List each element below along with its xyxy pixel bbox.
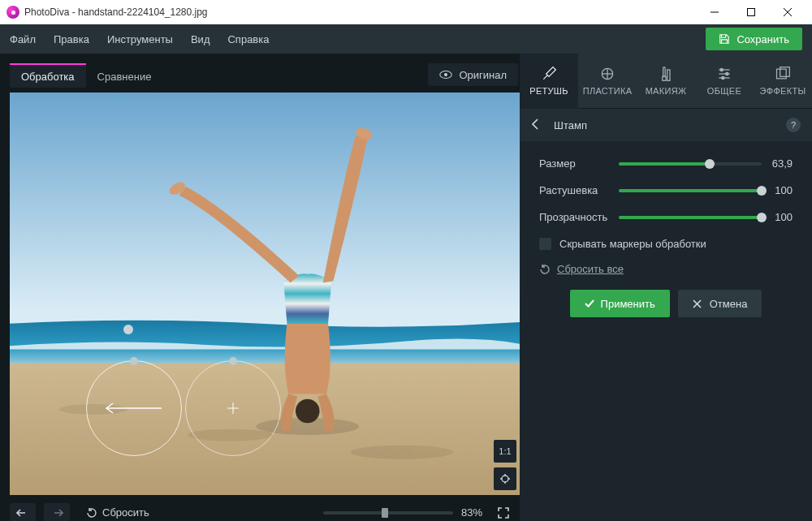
opacity-slider-thumb[interactable] xyxy=(757,213,767,222)
zoom-slider[interactable] xyxy=(323,511,453,515)
svg-rect-28 xyxy=(667,70,670,80)
effects-icon xyxy=(775,66,791,82)
cancel-label: Отмена xyxy=(710,298,748,310)
svg-point-32 xyxy=(720,68,723,71)
opacity-label: Прозрачность xyxy=(539,211,619,223)
fullscreen-button[interactable] xyxy=(490,503,516,521)
svg-point-34 xyxy=(722,76,724,79)
app-name: PhotoDiva xyxy=(24,6,69,18)
menu-view[interactable]: Вид xyxy=(191,33,210,45)
slider-size: Размер 63,9 xyxy=(539,157,793,170)
fullscreen-icon xyxy=(498,507,509,519)
control-point[interactable] xyxy=(123,325,133,334)
mode-tab-makeup[interactable]: МАКИЯЖ xyxy=(637,54,695,109)
panel-header: Штамп ? xyxy=(520,109,812,141)
feather-slider-thumb[interactable] xyxy=(757,186,767,196)
makeup-icon xyxy=(658,66,674,82)
redo-icon xyxy=(50,508,63,518)
window-title: PhotoDiva - handstand-2224104_1280.jpg xyxy=(24,6,208,18)
svg-rect-36 xyxy=(780,67,790,77)
clone-source-circle[interactable] xyxy=(86,360,182,456)
sidebar: РЕТУШЬ ПЛАСТИКА МАКИЯЖ ОБЩЕЕ ЭФФЕКТЫ xyxy=(520,54,812,521)
svg-rect-26 xyxy=(663,67,666,77)
menu-bar: Файл Правка Инструменты Вид Справка Сохр… xyxy=(0,24,812,54)
menu-file[interactable]: Файл xyxy=(10,33,36,45)
mode-tab-liquify[interactable]: ПЛАСТИКА xyxy=(578,54,637,109)
fit-icon xyxy=(499,473,511,484)
clone-source-handle[interactable] xyxy=(130,357,138,365)
tab-edit[interactable]: Обработка xyxy=(10,63,86,88)
reset-all-icon xyxy=(539,264,551,275)
back-button[interactable] xyxy=(531,118,546,132)
close-button[interactable] xyxy=(769,0,806,24)
liquify-icon xyxy=(599,66,615,82)
svg-rect-35 xyxy=(777,69,787,79)
svg-point-5 xyxy=(444,73,447,76)
save-button[interactable]: Сохранить xyxy=(706,28,802,50)
svg-rect-6 xyxy=(10,93,520,350)
clone-target-circle[interactable] xyxy=(185,360,281,456)
minimize-button[interactable] xyxy=(696,0,732,24)
eye-icon xyxy=(439,71,452,79)
reset-icon xyxy=(86,507,97,519)
zoom-value: 83% xyxy=(461,506,482,519)
undo-button[interactable] xyxy=(10,503,36,521)
undo-icon xyxy=(16,508,29,518)
sliders-icon xyxy=(716,66,732,82)
opacity-slider[interactable] xyxy=(619,216,762,219)
original-label: Оригинал xyxy=(459,69,507,81)
redo-button[interactable] xyxy=(44,503,70,521)
svg-point-12 xyxy=(296,399,320,424)
apply-label: Применить xyxy=(601,298,655,310)
size-slider[interactable] xyxy=(619,162,762,166)
size-label: Размер xyxy=(539,157,619,170)
size-slider-thumb[interactable] xyxy=(705,159,715,169)
save-icon xyxy=(719,33,730,45)
retouch-icon xyxy=(541,66,557,82)
svg-point-10 xyxy=(351,446,454,459)
slider-feather: Растушевка 100 xyxy=(539,184,793,196)
hide-markers-label: Скрывать маркеры обработки xyxy=(559,238,706,250)
menu-help[interactable]: Справка xyxy=(227,33,269,45)
svg-point-18 xyxy=(502,476,508,482)
svg-rect-27 xyxy=(663,76,666,80)
zoom-slider-thumb[interactable] xyxy=(382,508,388,518)
reset-button[interactable]: Сбросить xyxy=(78,503,158,521)
mode-tab-retouch[interactable]: РЕТУШЬ xyxy=(520,54,578,109)
crosshair-icon xyxy=(227,403,239,414)
file-name: handstand-2224104_1280.jpg xyxy=(78,6,207,18)
size-value: 63,9 xyxy=(762,157,793,170)
menu-tools[interactable]: Инструменты xyxy=(107,33,173,45)
menu-edit[interactable]: Правка xyxy=(54,33,89,45)
mode-tabs: РЕТУШЬ ПЛАСТИКА МАКИЯЖ ОБЩЕЕ ЭФФЕКТЫ xyxy=(520,54,812,109)
mode-tab-general[interactable]: ОБЩЕЕ xyxy=(695,54,754,109)
svg-rect-1 xyxy=(747,9,754,16)
cancel-button[interactable]: Отмена xyxy=(678,290,762,317)
one-to-one-button[interactable]: 1:1 xyxy=(494,440,516,463)
chevron-left-icon xyxy=(531,118,539,130)
slider-opacity: Прозрачность 100 xyxy=(539,211,793,223)
clone-arrow-icon xyxy=(102,403,166,414)
workspace-footer: Сбросить 83% xyxy=(10,503,520,521)
x-icon xyxy=(693,299,702,308)
window-titlebar: PhotoDiva - handstand-2224104_1280.jpg xyxy=(0,0,812,24)
app-logo-icon xyxy=(6,6,19,19)
mode-tab-effects[interactable]: ЭФФЕКТЫ xyxy=(754,54,812,109)
photo-canvas[interactable]: 1:1 xyxy=(10,93,520,495)
maximize-button[interactable] xyxy=(732,0,769,24)
reset-all-button[interactable]: Сбросить все xyxy=(539,263,793,275)
fit-screen-button[interactable] xyxy=(494,467,516,490)
check-icon xyxy=(585,299,594,308)
clone-target-handle[interactable] xyxy=(229,357,237,365)
apply-button[interactable]: Применить xyxy=(570,290,670,317)
original-toggle-button[interactable]: Оригинал xyxy=(428,63,518,86)
feather-slider[interactable] xyxy=(619,189,762,192)
panel-title: Штамп xyxy=(554,119,587,131)
save-label: Сохранить xyxy=(736,33,789,45)
hide-markers-checkbox[interactable] xyxy=(539,238,551,250)
workspace: Обработка Сравнение Оригинал xyxy=(0,54,520,521)
help-button[interactable]: ? xyxy=(786,118,801,132)
reset-label: Сбросить xyxy=(102,506,149,519)
tab-compare[interactable]: Сравнение xyxy=(86,63,163,88)
reset-all-label: Сбросить все xyxy=(557,263,624,275)
